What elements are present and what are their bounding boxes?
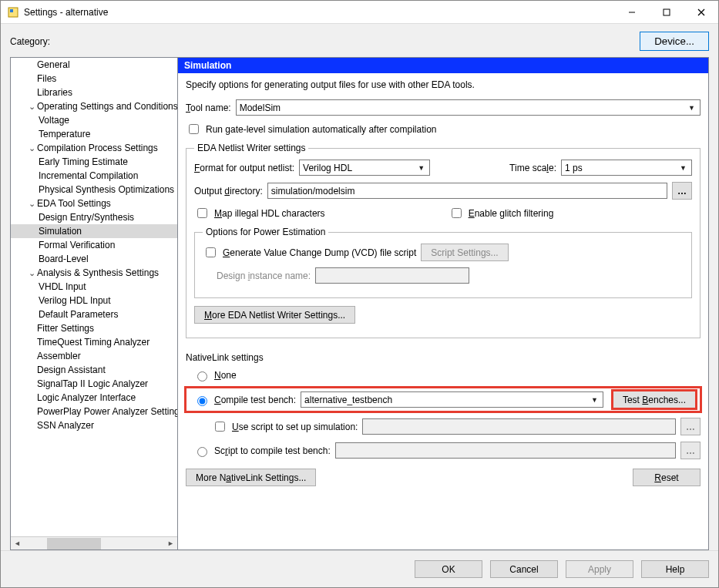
design-instance-label: Design instance name: — [217, 270, 311, 281]
tree-item-fitter-settings[interactable]: Fitter Settings — [11, 321, 177, 335]
map-illegal-checkbox[interactable]: Map illegal HDL characters — [194, 206, 325, 220]
tree-item-eda-tool-settings[interactable]: ⌄EDA Tool Settings — [11, 197, 177, 210]
tree-item-analysis-synthesis-settings[interactable]: ⌄Analysis & Synthesis Settings — [11, 266, 177, 280]
tree-item-compilation-process-settings[interactable]: ⌄Compilation Process Settings — [11, 141, 177, 155]
tree-item-label: Design Entry/Synthesis — [39, 212, 134, 223]
more-netlist-settings-button[interactable]: More EDA Netlist Writer Settings... — [194, 306, 355, 324]
tree-scrollbar-horizontal[interactable]: ◄ ► — [11, 536, 177, 549]
top-row: Category: Device... — [1, 24, 718, 57]
tree-item-formal-verification[interactable]: Formal Verification — [11, 238, 177, 252]
script-compile-browse-button: … — [680, 442, 701, 459]
body: GeneralFilesLibraries⌄Operating Settings… — [1, 57, 718, 550]
tree-item-logic-analyzer-interface[interactable]: Logic Analyzer Interface — [11, 391, 177, 405]
close-button[interactable] — [684, 1, 718, 24]
script-compile-radio[interactable]: Script to compile test bench: — [193, 445, 331, 457]
run-gate-level-checkbox[interactable]: Run gate-level simulation automatically … — [186, 122, 436, 136]
script-compile-input — [335, 442, 676, 459]
section-description: Specify options for generating output fi… — [178, 73, 708, 99]
timescale-label: Time scale: — [509, 163, 556, 173]
help-button[interactable]: Help — [641, 560, 709, 578]
minimize-button[interactable] — [614, 1, 649, 24]
tree-expander-icon[interactable]: ⌄ — [26, 141, 37, 155]
tree-item-label: Design Assistant — [37, 365, 106, 375]
tree-item-early-timing-estimate[interactable]: Early Timing Estimate — [11, 155, 177, 169]
output-dir-input[interactable] — [267, 183, 667, 199]
tool-name-label: Tool name: — [186, 102, 231, 113]
use-script-browse-button: … — [680, 418, 701, 435]
tree-item-simulation[interactable]: Simulation — [11, 224, 177, 238]
tree-item-label: PowerPlay Power Analyzer Settings — [37, 406, 177, 417]
test-benches-button[interactable]: Test Benches... — [613, 391, 696, 408]
tree-item-label: Logic Analyzer Interface — [37, 392, 136, 403]
scroll-right-icon[interactable]: ► — [164, 537, 177, 550]
testbench-select[interactable]: alternative_testbench ▼ — [301, 391, 603, 408]
tree-item-powerplay-power-analyzer-settings[interactable]: PowerPlay Power Analyzer Settings — [11, 405, 177, 418]
design-instance-input — [315, 267, 469, 284]
titlebar: Settings - alternative — [1, 1, 718, 24]
content-pane: Simulation Specify options for generatin… — [178, 57, 709, 550]
glitch-filter-checkbox[interactable]: Enable glitch filtering — [449, 206, 554, 220]
tree-item-ssn-analyzer[interactable]: SSN Analyzer — [11, 418, 177, 432]
nativelink-group: NativeLink settings None Compile test be… — [186, 346, 701, 500]
tree-item-temperature[interactable]: Temperature — [11, 127, 177, 141]
tree-item-libraries[interactable]: Libraries — [11, 86, 177, 99]
tree-item-files[interactable]: Files — [11, 72, 177, 86]
use-script-checkbox[interactable]: Use script to set up simulation: — [212, 419, 358, 434]
tree-item-label: Compilation Process Settings — [37, 143, 158, 153]
tree-item-design-entry-synthesis[interactable]: Design Entry/Synthesis — [11, 210, 177, 224]
tree-item-assembler[interactable]: Assembler — [11, 349, 177, 363]
format-value: Verilog HDL — [303, 163, 352, 173]
format-select[interactable]: Verilog HDL ▼ — [299, 160, 430, 176]
nativelink-none-radio[interactable]: None — [193, 369, 237, 381]
output-dir-browse-button[interactable]: … — [672, 182, 692, 200]
category-tree[interactable]: GeneralFilesLibraries⌄Operating Settings… — [10, 57, 178, 550]
tree-item-timequest-timing-analyzer[interactable]: TimeQuest Timing Analyzer — [11, 335, 177, 349]
tree-item-signaltap-ii-logic-analyzer[interactable]: SignalTap II Logic Analyzer — [11, 377, 177, 391]
timescale-value: 1 ps — [565, 163, 583, 173]
tool-name-select[interactable]: ModelSim ▼ — [236, 99, 701, 116]
chevron-down-icon: ▼ — [415, 164, 428, 172]
script-settings-button: Script Settings... — [421, 244, 508, 261]
tree-item-incremental-compilation[interactable]: Incremental Compilation — [11, 169, 177, 183]
device-button[interactable]: Device... — [640, 32, 709, 51]
scroll-left-icon[interactable]: ◄ — [11, 537, 24, 550]
tree-item-label: SignalTap II Logic Analyzer — [37, 378, 148, 389]
tree-item-label: Physical Synthesis Optimizations — [39, 184, 174, 195]
output-dir-label: Output directory: — [194, 186, 263, 197]
more-nativelink-settings-button[interactable]: More NativeLink Settings... — [186, 469, 316, 486]
tree-item-label: Verilog HDL Input — [39, 295, 111, 306]
tree-item-operating-settings-and-conditions[interactable]: ⌄Operating Settings and Conditions — [11, 99, 177, 113]
compile-testbench-radio[interactable]: Compile test bench: — [193, 394, 296, 406]
app-icon — [7, 6, 19, 18]
maximize-button[interactable] — [649, 1, 684, 24]
apply-button: Apply — [566, 560, 633, 578]
timescale-select[interactable]: 1 ps ▼ — [561, 160, 692, 176]
tree-item-label: Assembler — [37, 351, 81, 361]
tree-item-design-assistant[interactable]: Design Assistant — [11, 363, 177, 377]
svg-rect-3 — [664, 9, 670, 15]
format-label: Format for output netlist: — [194, 163, 294, 173]
tree-item-default-parameters[interactable]: Default Parameters — [11, 307, 177, 321]
tree-item-board-level[interactable]: Board-Level — [11, 252, 177, 266]
tree-expander-icon[interactable]: ⌄ — [26, 197, 37, 210]
scroll-thumb[interactable] — [47, 538, 101, 549]
tree-item-general[interactable]: General — [11, 58, 177, 72]
tree-item-vhdl-input[interactable]: VHDL Input — [11, 280, 177, 294]
tree-item-label: VHDL Input — [39, 281, 86, 292]
gen-vcd-checkbox[interactable]: Generate Value Change Dump (VCD) file sc… — [203, 245, 416, 260]
tree-item-label: EDA Tool Settings — [37, 198, 111, 209]
tree-item-physical-synthesis-optimizations[interactable]: Physical Synthesis Optimizations — [11, 183, 177, 197]
netlist-writer-legend: EDA Netlist Writer settings — [194, 143, 308, 153]
tree-item-label: Simulation — [39, 226, 82, 237]
tree-item-verilog-hdl-input[interactable]: Verilog HDL Input — [11, 294, 177, 307]
reset-button[interactable]: Reset — [633, 469, 701, 486]
dialog-button-row: OK Cancel Apply Help — [1, 550, 718, 587]
tree-expander-icon[interactable]: ⌄ — [26, 99, 37, 113]
tree-item-voltage[interactable]: Voltage — [11, 113, 177, 127]
tree-item-label: Incremental Compilation — [39, 170, 138, 181]
tree-item-label: SSN Analyzer — [37, 420, 94, 431]
ok-button[interactable]: OK — [415, 560, 482, 578]
cancel-button[interactable]: Cancel — [490, 560, 558, 578]
tree-item-label: Files — [37, 73, 56, 84]
tree-expander-icon[interactable]: ⌄ — [26, 266, 37, 280]
